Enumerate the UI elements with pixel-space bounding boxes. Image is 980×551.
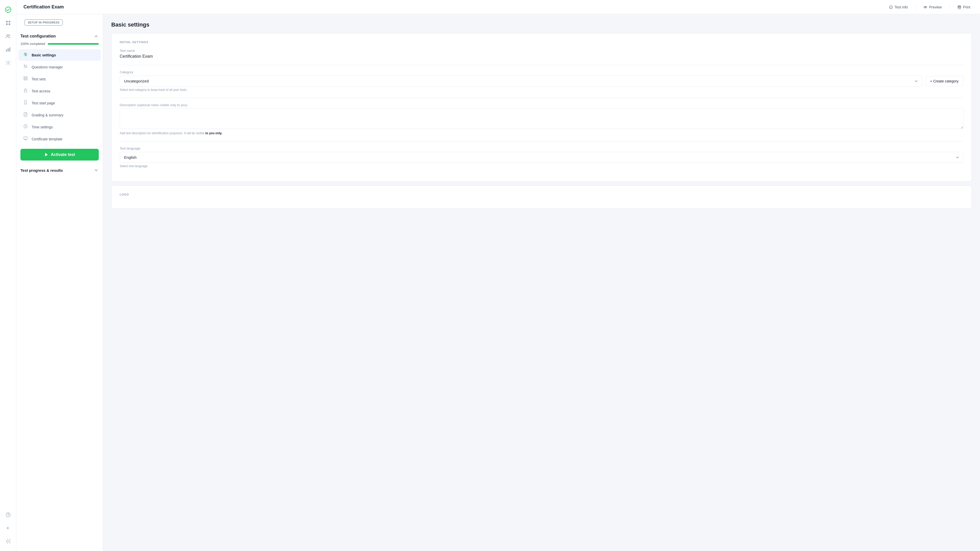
create-category-label: + Create category	[930, 79, 959, 83]
svg-rect-28	[24, 76, 25, 78]
test-progress-title: Test progress & results	[21, 168, 63, 172]
activate-test-button[interactable]: Activate test	[21, 149, 99, 161]
svg-point-16	[924, 6, 927, 8]
category-hint: Select test category to keep track of al…	[120, 88, 963, 92]
basic-settings-title: Basic settings	[111, 21, 972, 28]
nav-test-start-page[interactable]: Test start page	[18, 97, 101, 109]
svg-rect-4	[8, 24, 10, 25]
test-info-button[interactable]: Test info	[886, 3, 910, 11]
svg-rect-24	[26, 65, 27, 65]
progress-bar-bg	[48, 43, 99, 45]
svg-marker-41	[45, 153, 48, 156]
sidebar-grid[interactable]	[3, 18, 14, 29]
language-dropdown-wrapper: English	[120, 152, 963, 163]
progress-bar-fill	[48, 43, 99, 45]
language-group: Test language English Select test langua…	[120, 147, 963, 168]
test-name-label: Test name	[120, 49, 963, 53]
header-actions: Test info Preview Print	[886, 3, 973, 11]
initial-settings-card: INITIAL SETTINGS Test name Certification…	[111, 33, 972, 182]
sidebar-users[interactable]	[3, 30, 14, 42]
svg-rect-19	[958, 7, 960, 9]
sidebar-collapse[interactable]	[3, 536, 14, 547]
nav-test-sets[interactable]: Test sets	[18, 73, 101, 85]
nav-test-access-label: Test access	[32, 89, 50, 93]
eye-icon	[923, 5, 928, 9]
lock-icon	[22, 88, 29, 94]
page-title: Certification Exam	[24, 4, 64, 10]
grid2-icon	[22, 76, 29, 82]
svg-point-0	[5, 7, 11, 13]
svg-rect-23	[24, 65, 25, 65]
initial-settings-label: INITIAL SETTINGS	[120, 41, 963, 44]
nav-test-access[interactable]: Test access	[18, 85, 101, 97]
description-textarea[interactable]	[120, 108, 963, 129]
description-hint: Add test description for identification …	[120, 131, 963, 135]
description-label: Description (optional notes visible only…	[120, 103, 963, 107]
svg-point-22	[26, 55, 27, 56]
test-config-title: Test configuration	[21, 34, 56, 38]
sliders-icon	[22, 52, 29, 58]
top-header: Certification Exam Test info Preview	[16, 0, 980, 14]
preview-button[interactable]: Preview	[921, 3, 944, 11]
category-group: Category Uncategorized + Create category	[120, 70, 963, 92]
collapse-icon	[94, 34, 99, 39]
create-category-button[interactable]: + Create category	[925, 76, 963, 86]
info-icon	[889, 5, 893, 9]
svg-rect-32	[24, 90, 27, 92]
svg-rect-3	[6, 24, 7, 25]
svg-rect-2	[8, 21, 10, 22]
header-divider	[915, 4, 916, 10]
file-icon	[22, 112, 29, 118]
sidebar-logo[interactable]	[3, 4, 14, 15]
nav-grading-summary[interactable]: Grading & summary	[18, 109, 101, 121]
svg-point-17	[925, 6, 926, 7]
svg-point-15	[891, 6, 891, 6]
svg-rect-9	[9, 48, 10, 52]
test-name-value: Certification Exam	[120, 54, 963, 59]
sidebar-gear[interactable]	[3, 57, 14, 68]
icon-sidebar	[0, 0, 16, 551]
language-dropdown[interactable]: English	[120, 152, 963, 163]
nav-certificate-template[interactable]: Certificate template	[18, 133, 101, 145]
divider-1	[120, 65, 963, 65]
nav-time-settings-label: Time settings	[32, 125, 53, 129]
svg-point-10	[7, 62, 9, 64]
svg-point-6	[9, 35, 10, 36]
svg-rect-7	[6, 49, 7, 51]
nav-basic-settings[interactable]: Basic settings	[18, 49, 101, 61]
print-label: Print	[963, 5, 970, 9]
phone-icon	[22, 100, 29, 106]
nav-questions-label: Questions manager	[32, 65, 63, 69]
sidebar-back[interactable]	[3, 522, 14, 533]
logo-section-label: LOGO	[120, 193, 963, 196]
progress-label: 100% completed	[21, 42, 45, 46]
test-progress-section[interactable]: Test progress & results	[16, 165, 103, 176]
svg-rect-31	[26, 79, 27, 80]
test-name-group: Test name Certification Exam	[120, 49, 963, 59]
divider-3	[120, 141, 963, 142]
description-hint-prefix: Add test description for identification …	[120, 131, 205, 135]
chevron-down-icon	[94, 168, 99, 173]
category-value: Uncategorized	[124, 79, 149, 83]
nav-test-sets-label: Test sets	[32, 77, 46, 81]
sidebar-help[interactable]	[3, 509, 14, 521]
nav-time-settings[interactable]: Time settings	[18, 121, 101, 133]
nav-test-start-label: Test start page	[32, 101, 55, 105]
sidebar-chart[interactable]	[3, 44, 14, 55]
nav-certificate-label: Certificate template	[32, 137, 62, 141]
clock-icon	[22, 124, 29, 130]
svg-point-21	[24, 53, 25, 54]
nav-questions-manager[interactable]: Questions manager	[18, 61, 101, 73]
print-button[interactable]: Print	[955, 3, 973, 11]
main-content: Basic settings INITIAL SETTINGS Test nam…	[103, 14, 980, 551]
test-config-section[interactable]: Test configuration	[16, 32, 103, 41]
test-info-label: Test info	[894, 5, 908, 9]
svg-rect-29	[26, 76, 27, 78]
description-group: Description (optional notes visible only…	[120, 103, 963, 135]
print-icon	[957, 5, 961, 9]
svg-rect-38	[24, 137, 27, 139]
svg-point-5	[6, 35, 8, 36]
category-dropdown[interactable]: Uncategorized	[120, 76, 922, 86]
description-hint-bold: to you only.	[205, 131, 222, 135]
language-hint: Select test language.	[120, 164, 963, 168]
